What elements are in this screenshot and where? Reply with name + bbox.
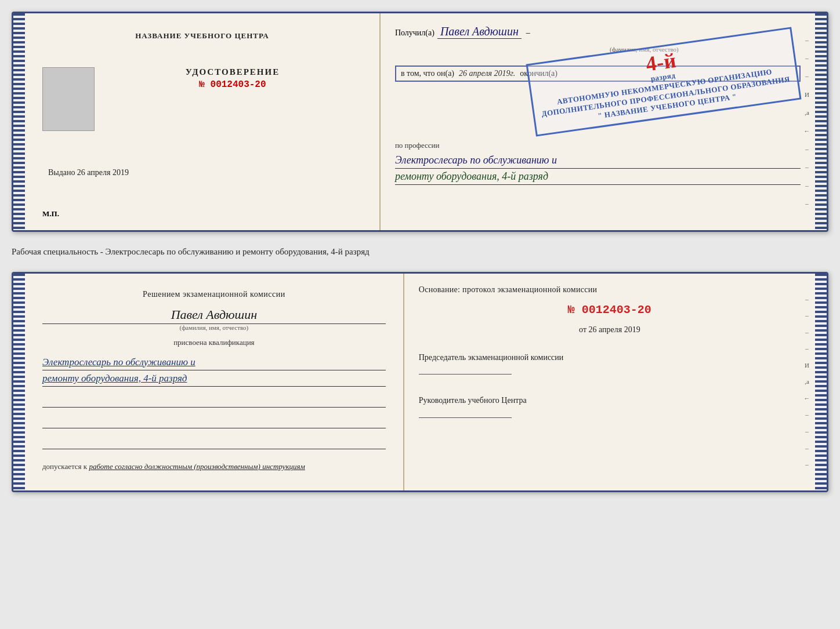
underline-1 (42, 394, 386, 408)
assigned-label: присвоена квалификация (42, 338, 386, 347)
bottom-doc-inner: Решением экзаменационной комиссии Павел … (25, 274, 815, 490)
mark-7: – (805, 146, 809, 152)
leader-label: Руководитель учебного Центра (419, 395, 801, 406)
ot-date-block: от 26 апреля 2019 (419, 325, 801, 335)
qualification-line1: Электрослесарь по обслуживанию и (42, 354, 386, 370)
bottom-left-panel: Решением экзаменационной комиссии Павел … (25, 274, 404, 490)
mark-4: И (805, 91, 809, 98)
received-prefix: Получил(а) (395, 28, 435, 38)
допускается-prefix: допускается к (42, 462, 87, 471)
qualification-line2: ремонту оборудования, 4-й разряд (42, 370, 386, 387)
chairman-signature-line (419, 363, 512, 375)
dash-symbol: – (526, 28, 530, 38)
mark-8: – (805, 163, 809, 170)
cert-left-panel: НАЗВАНИЕ УЧЕБНОГО ЦЕНТРА УДОСТОВЕРЕНИЕ №… (25, 13, 381, 230)
bmark-11: – (805, 461, 809, 468)
mark-10: – (805, 200, 809, 207)
mark-1: – (805, 37, 809, 43)
cert-text-block: УДОСТОВЕРЕНИЕ № 0012403-20 (103, 67, 362, 90)
cert-number: № 0012403-20 (199, 79, 266, 90)
chairman-label: Председатель экзаменационной комиссии (419, 352, 801, 363)
ot-prefix: от (579, 325, 586, 334)
bmark-4: – (805, 345, 809, 352)
leader-block: Руководитель учебного Центра (419, 395, 801, 418)
bmark-1: – (805, 296, 809, 303)
ot-date: 26 апреля 2019 (589, 325, 640, 334)
side-marks-top: – – – И ,а ← – – – – (802, 31, 812, 213)
side-marks-bottom: – – – – И ,а ← – – – – (802, 291, 812, 473)
bottom-right-panel: Основание: протокол экзаменационной коми… (404, 274, 815, 490)
mark-9: – (805, 182, 809, 189)
top-certificate-document: НАЗВАНИЕ УЧЕБНОГО ЦЕНТРА УДОСТОВЕРЕНИЕ №… (12, 12, 828, 232)
photo-placeholder (42, 67, 95, 131)
profession-line1: Электрослесарь по обслуживанию и (395, 152, 801, 169)
допускается-block: допускается к работе согласно должностны… (42, 462, 386, 471)
top-doc-inner: НАЗВАНИЕ УЧЕБНОГО ЦЕНТРА УДОСТОВЕРЕНИЕ №… (25, 13, 815, 230)
cert-main-content: УДОСТОВЕРЕНИЕ № 0012403-20 (42, 67, 362, 131)
issued-date: 26 апреля 2019 (77, 168, 129, 177)
bottom-qualification-document: Решением экзаменационной комиссии Павел … (12, 272, 828, 492)
profession-block: по профессии Электрослесарь по обслужива… (395, 141, 801, 185)
cert-right-panel: Получил(а) Павел Авдюшин – (фамилия, имя… (381, 13, 815, 230)
left-edge-decoration-bottom (13, 274, 25, 490)
bmark-8: – (805, 411, 809, 418)
profession-line2: ремонту оборудования, 4-й разряд (395, 169, 801, 185)
vtom-date: 26 апреля 2019г. (459, 69, 515, 78)
left-edge-decoration (13, 13, 25, 230)
stamp-overlay: 4-й разряд АВТОНОМНУЮ НЕКОММЕРЧЕСКУЮ ОРГ… (526, 27, 801, 136)
chairman-block: Председатель экзаменационной комиссии (419, 352, 801, 375)
person-name-block: Павел Авдюшин (фамилия, имя, отчество) (42, 307, 386, 331)
page-wrapper: НАЗВАНИЕ УЧЕБНОГО ЦЕНТРА УДОСТОВЕРЕНИЕ №… (12, 12, 828, 492)
training-center-title: НАЗВАНИЕ УЧЕБНОГО ЦЕНТРА (135, 31, 269, 41)
udostoverenie-label: УДОСТОВЕРЕНИЕ (186, 67, 280, 77)
bmark-6: ,а (805, 378, 809, 385)
vtom-prefix: в том, что он(а) (401, 69, 454, 78)
protocol-number: № 0012403-20 (419, 303, 801, 317)
osnov-label: Основание: протокол экзаменационной коми… (419, 285, 801, 294)
underline-2 (42, 415, 386, 428)
mark-6: ← (803, 128, 810, 134)
leader-signature-line (419, 406, 512, 418)
mark-5: ,а (805, 109, 809, 116)
bmark-10: – (805, 445, 809, 452)
mark-3: – (805, 72, 809, 79)
profession-label: по профессии (395, 141, 801, 150)
допускается-value: работе согласно должностным (производств… (89, 462, 305, 471)
bottom-person-name: Павел Авдюшин (42, 307, 386, 324)
decision-title: Решением экзаменационной комиссии (42, 288, 386, 300)
issued-label: Выдано (48, 168, 75, 177)
bmark-7: ← (803, 395, 810, 402)
qualification-block: Электрослесарь по обслуживанию и ремонту… (42, 354, 386, 387)
mark-2: – (805, 54, 809, 61)
bmark-5: И (805, 362, 809, 369)
bmark-3: – (805, 329, 809, 336)
issued-line: Выдано 26 апреля 2019 (42, 168, 129, 177)
right-edge-decoration-bottom (815, 274, 827, 490)
underline-3 (42, 435, 386, 449)
mp-label: М.П. (42, 209, 59, 219)
bmark-2: – (805, 312, 809, 319)
middle-specialty-text: Рабочая специальность - Электрослесарь п… (12, 242, 828, 261)
received-name: Павел Авдюшин (437, 25, 522, 39)
bottom-fio-hint: (фамилия, имя, отчество) (42, 324, 386, 331)
bmark-9: – (805, 428, 809, 435)
